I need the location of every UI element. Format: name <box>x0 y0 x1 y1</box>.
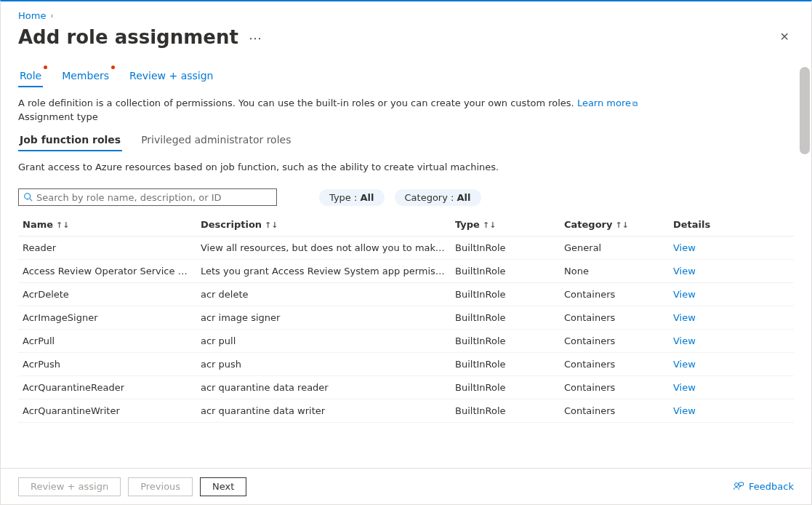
svg-point-2 <box>735 482 739 486</box>
cell-type: BuiltInRole <box>451 399 560 423</box>
view-link[interactable]: View <box>673 289 696 300</box>
sort-icon: ↑↓ <box>615 220 628 230</box>
close-icon[interactable]: ✕ <box>776 25 794 48</box>
more-actions-icon[interactable]: ⋯ <box>249 29 262 45</box>
cell-name: AcrPull <box>18 330 196 353</box>
view-link[interactable]: View <box>673 312 696 323</box>
cell-category: Containers <box>560 376 669 399</box>
column-header-details: Details <box>669 213 794 236</box>
sort-icon: ↑↓ <box>483 220 496 230</box>
main-tabs: Role Members Review + assign <box>18 65 794 87</box>
svg-point-0 <box>25 194 31 199</box>
table-row[interactable]: AcrPushacr pushBuiltInRoleContainersView <box>18 353 794 376</box>
cell-description: acr image signer <box>196 306 451 330</box>
cell-description: acr delete <box>196 283 451 306</box>
search-input-container[interactable] <box>18 188 277 206</box>
cell-name: AcrQuarantineWriter <box>18 399 196 423</box>
sort-icon: ↑↓ <box>56 220 69 230</box>
table-row[interactable]: Access Review Operator Service RoleLets … <box>18 260 794 283</box>
cell-category: Containers <box>560 399 669 423</box>
filter-category-pill[interactable]: Category : All <box>395 189 481 206</box>
tab-label: Members <box>62 70 109 81</box>
next-button[interactable]: Next <box>200 477 246 496</box>
roles-table: Name↑↓ Description↑↓ Type↑↓ Category↑↓ D… <box>18 213 794 423</box>
cell-name: AcrQuarantineReader <box>18 376 196 399</box>
breadcrumb: Home › <box>18 10 794 21</box>
breadcrumb-home[interactable]: Home <box>18 10 46 21</box>
cell-name: AcrImageSigner <box>18 306 196 330</box>
view-link[interactable]: View <box>673 359 696 370</box>
column-header-description[interactable]: Description↑↓ <box>196 213 451 236</box>
chevron-right-icon: › <box>50 12 53 20</box>
table-row[interactable]: AcrPullacr pullBuiltInRoleContainersView <box>18 330 794 353</box>
dot-indicator-icon <box>44 65 47 69</box>
tab-members[interactable]: Members <box>60 65 110 87</box>
feedback-link[interactable]: Feedback <box>733 481 794 493</box>
cell-type: BuiltInRole <box>451 283 560 306</box>
help-text: A role definition is a collection of per… <box>18 98 794 108</box>
cell-type: BuiltInRole <box>451 236 560 260</box>
feedback-icon <box>733 481 744 493</box>
view-link[interactable]: View <box>673 242 696 253</box>
assignment-type-tabs: Job function roles Privileged administra… <box>18 130 794 151</box>
cell-type: BuiltInRole <box>451 330 560 353</box>
cell-description: acr push <box>196 353 451 376</box>
column-header-category[interactable]: Category↑↓ <box>560 213 669 236</box>
cell-category: Containers <box>560 306 669 330</box>
cell-name: AcrDelete <box>18 283 196 306</box>
cell-category: Containers <box>560 353 669 376</box>
page-title: Add role assignment <box>18 26 238 48</box>
assignment-type-label: Assignment type <box>18 111 794 122</box>
tab-label: Review + assign <box>129 70 213 81</box>
tab-review-assign[interactable]: Review + assign <box>128 65 214 87</box>
column-header-type[interactable]: Type↑↓ <box>451 213 560 236</box>
table-row[interactable]: AcrQuarantineWriteracr quarantine data w… <box>18 399 794 423</box>
subtab-job-function-roles[interactable]: Job function roles <box>18 130 122 151</box>
sort-icon: ↑↓ <box>265 220 278 230</box>
dot-indicator-icon <box>111 65 115 69</box>
previous-button[interactable]: Previous <box>128 477 193 496</box>
cell-type: BuiltInRole <box>451 306 560 330</box>
table-row[interactable]: AcrQuarantineReaderacr quarantine data r… <box>18 376 794 399</box>
cell-category: None <box>560 260 669 283</box>
view-link[interactable]: View <box>673 405 696 416</box>
cell-category: Containers <box>560 283 669 306</box>
search-icon <box>23 192 33 202</box>
learn-more-link[interactable]: Learn more <box>577 98 631 108</box>
cell-description: View all resources, but does not allow y… <box>196 236 451 260</box>
filter-type-pill[interactable]: Type : All <box>319 189 385 206</box>
review-assign-button[interactable]: Review + assign <box>18 477 121 496</box>
cell-category: Containers <box>560 330 669 353</box>
view-link[interactable]: View <box>673 335 696 346</box>
cell-type: BuiltInRole <box>451 376 560 399</box>
table-row[interactable]: ReaderView all resources, but does not a… <box>18 236 794 260</box>
cell-name: Reader <box>18 236 196 260</box>
cell-description: Lets you grant Access Review System app … <box>196 260 451 283</box>
cell-description: acr quarantine data writer <box>196 399 451 423</box>
svg-line-1 <box>30 199 33 202</box>
cell-type: BuiltInRole <box>451 353 560 376</box>
cell-name: AcrPush <box>18 353 196 376</box>
cell-type: BuiltInRole <box>451 260 560 283</box>
view-link[interactable]: View <box>673 382 696 393</box>
subtab-privileged-admin-roles[interactable]: Privileged administrator roles <box>140 130 292 151</box>
view-link[interactable]: View <box>673 266 696 277</box>
svg-rect-3 <box>739 482 744 486</box>
table-row[interactable]: AcrImageSigneracr image signerBuiltInRol… <box>18 306 794 330</box>
tab-role[interactable]: Role <box>18 65 43 87</box>
external-link-icon: ⧉ <box>632 100 638 108</box>
search-input[interactable] <box>33 191 272 204</box>
cell-description: acr quarantine data reader <box>196 376 451 399</box>
column-header-name[interactable]: Name↑↓ <box>18 213 196 236</box>
table-row[interactable]: AcrDeleteacr deleteBuiltInRoleContainers… <box>18 283 794 306</box>
scrollbar[interactable] <box>800 67 810 154</box>
tab-label: Role <box>20 70 41 81</box>
footer-bar: Review + assign Previous Next Feedback <box>1 468 811 504</box>
grant-access-description: Grant access to Azure resources based on… <box>18 162 794 172</box>
cell-name: Access Review Operator Service Role <box>18 260 196 283</box>
cell-description: acr pull <box>196 330 451 353</box>
cell-category: General <box>560 236 669 260</box>
